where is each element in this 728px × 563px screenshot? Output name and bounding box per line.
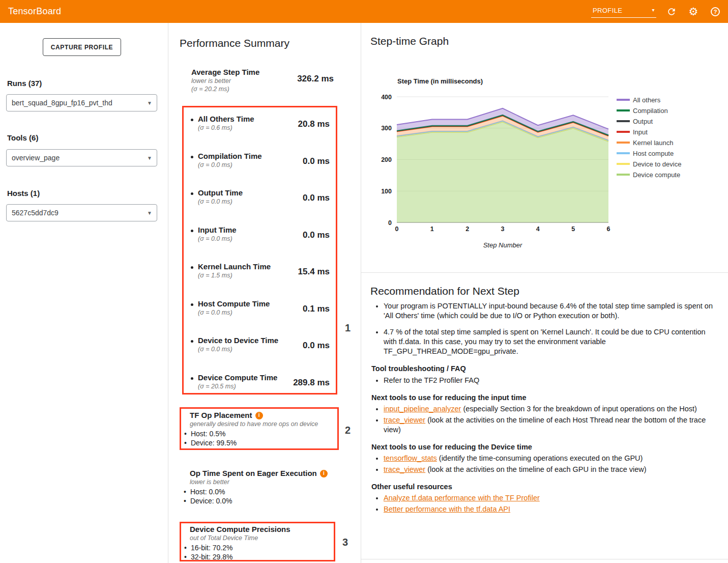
device-compute-precisions-note: out of Total Device Time [181,534,334,542]
svg-text:Kernel launch: Kernel launch [633,139,674,147]
summary-item: Host Compute Time(σ = 0.0 ms)0.1 ms [191,299,330,316]
bullet-icon [191,377,193,380]
summary-item-value: 289.8 ms [293,373,330,388]
bullet-icon [191,119,193,121]
chevron-down-icon: ▾ [652,8,655,13]
input-tools-heading: Next tools to use for reducing the input… [371,393,716,403]
svg-text:100: 100 [381,188,392,195]
device-tools-list: tensorflow_stats (identify the time-cons… [371,454,716,474]
svg-text:Host compute: Host compute [633,150,674,157]
help-button[interactable]: ? [709,5,722,18]
summary-item-name: Input Time [198,226,237,234]
dashboard-select-value: PROFILE [593,7,622,14]
recommendation-bullets: Your program is POTENTIALLY input-bound … [371,301,716,356]
step-time-chart: 01002003004000123456Step Time (in millis… [361,71,728,260]
summary-item-name: Compilation Time [198,152,262,160]
runs-select[interactable]: bert_squad_8gpu_fp16_pvt_thd ▼ [6,94,157,111]
svg-text:400: 400 [381,94,392,101]
list-item: Host: 0.5% [184,429,337,438]
average-step-time-label: Average Step Time [191,68,259,76]
info-icon[interactable]: i [320,470,328,477]
tool-link[interactable]: trace_viewer [384,416,425,424]
capture-profile-button[interactable]: CAPTURE PROFILE [43,38,121,56]
summary-item-value: 0.1 ms [303,299,330,314]
performance-summary-panel: Performance Summary Average Step Time lo… [168,23,361,563]
summary-item-name: Host Compute Time [198,299,270,308]
tool-link[interactable]: Analyze tf.data performance with the TF … [384,494,540,502]
hosts-select[interactable]: 5627c5dd7dc9 ▼ [6,204,157,221]
input-tools-list: input_pipeline_analyzer (especially Sect… [371,404,716,435]
bullet-icon [191,266,193,269]
recommendation-bullet: Your program is POTENTIALLY input-bound … [384,301,716,321]
summary-item-value: 0.0 ms [303,226,330,240]
summary-item-sigma: (σ = 20.5 ms) [198,383,277,390]
list-item: Device: 99.5% [184,438,337,447]
list-item: trace_viewer (look at the activities on … [384,415,716,435]
list-item: Device: 0.0% [184,496,341,505]
hosts-label: Hosts (1) [7,189,40,198]
summary-item-sigma: (σ = 0.0 ms) [198,235,237,242]
summary-item-value: 0.0 ms [303,188,330,203]
average-step-time-row: Average Step Time lower is better (σ = 2… [191,68,334,93]
bullet-icon [191,156,193,158]
annotation-box-2: TF Op Placement i generally desired to h… [180,407,339,450]
app-title: TensorBoard [8,6,61,17]
average-step-time-note: lower is better [191,77,259,85]
summary-item-name: Output Time [198,188,243,197]
summary-item-sigma: (σ = 0.0 ms) [198,309,270,316]
svg-text:2: 2 [465,226,469,233]
eager-execution-block: Op Time Spent on Eager Execution i lower… [183,469,341,505]
tool-link[interactable]: input_pipeline_analyzer [384,405,461,413]
hosts-select-value: 5627c5dd7dc9 [12,209,59,217]
tools-select[interactable]: overview_page ▼ [6,149,157,166]
list-item: 16-bit: 70.2% [184,543,334,552]
summary-item-sigma: (σ = 0.6 ms) [198,124,254,131]
device-tools-heading: Next tools to use for reducing the Devic… [371,442,716,452]
recommendation-panel: Recommendation for Next Step Your progra… [361,273,728,559]
list-item: Host: 0.0% [184,487,341,496]
settings-button[interactable]: ⚙ [687,5,700,18]
tool-link[interactable]: tensorflow_stats [384,454,437,462]
bullet-icon [191,192,193,195]
svg-text:1: 1 [430,226,434,233]
topbar: TensorBoard PROFILE ▾ ⚙ ? [0,0,728,23]
dashboard-select[interactable]: PROFILE ▾ [591,6,656,18]
refresh-icon [666,7,677,17]
gear-icon: ⚙ [689,6,698,17]
svg-text:Device compute: Device compute [633,171,680,179]
summary-item-value: 0.0 ms [303,336,330,351]
recommendation-body: Your program is POTENTIALLY input-bound … [371,301,716,515]
svg-text:Device to device: Device to device [633,160,681,168]
list-item: tensorflow_stats (identify the time-cons… [384,454,716,463]
tool-link[interactable]: trace_viewer [384,465,425,473]
average-step-time-sigma: (σ = 20.2 ms) [191,86,259,93]
svg-text:Step Number: Step Number [483,241,522,249]
svg-text:0: 0 [395,226,399,233]
summary-item-sigma: (σ = 0.0 ms) [198,346,278,353]
sidebar: CAPTURE PROFILE Runs (37) bert_squad_8gp… [0,23,168,563]
link-description: (look at the activities on the timeline … [425,465,646,473]
tool-link[interactable]: Better performance with the tf.data API [384,505,510,513]
performance-summary-title: Performance Summary [180,37,289,49]
svg-text:All others: All others [633,96,661,104]
svg-text:Output: Output [633,118,653,125]
annotation-box-1: All Others Time(σ = 0.6 ms)20.8 msCompil… [182,106,337,395]
info-icon[interactable]: i [255,412,263,419]
svg-text:Input: Input [633,128,648,136]
list-item: 32-bit: 29.8% [184,552,334,561]
reload-button[interactable] [665,5,678,18]
summary-item-name: Kernel Launch Time [198,262,271,271]
faq-list: Refer to the TF2 Profiler FAQ [371,376,716,385]
svg-text:200: 200 [381,156,392,163]
summary-item: Compilation Time(σ = 0.0 ms)0.0 ms [191,152,330,168]
summary-item: Device to Device Time(σ = 0.0 ms)0.0 ms [191,336,330,353]
tf-op-placement-title: TF Op Placement [190,411,252,420]
link-description: (identify the time-consuming operations … [437,454,643,462]
tools-select-value: overview_page [12,154,60,162]
summary-item-value: 0.0 ms [303,152,330,166]
resources-list: Analyze tf.data performance with the TF … [371,493,716,514]
annotation-number-3: 3 [342,537,348,548]
chevron-down-icon: ▼ [147,210,152,216]
svg-text:Step Time (in milliseconds): Step Time (in milliseconds) [397,77,483,85]
step-time-graph-title: Step-time Graph [370,35,449,47]
